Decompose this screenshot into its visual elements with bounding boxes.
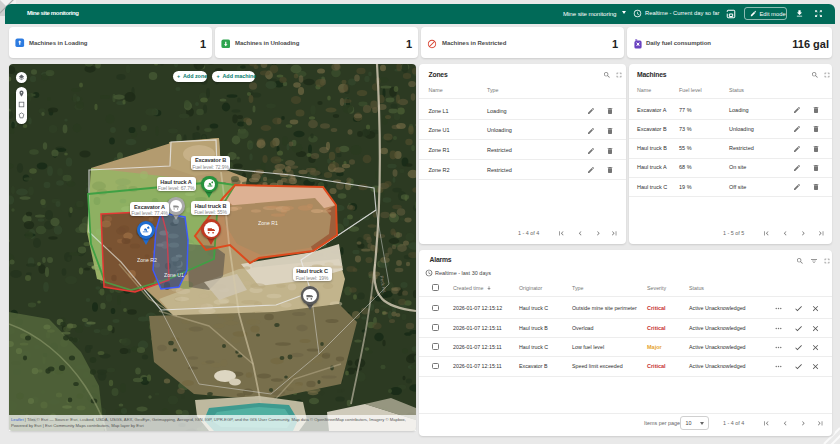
svg-text:Zone R2: Zone R2 (137, 257, 157, 263)
svg-text:Zone U1: Zone U1 (164, 272, 184, 278)
svg-text:Zone R1: Zone R1 (258, 220, 278, 226)
